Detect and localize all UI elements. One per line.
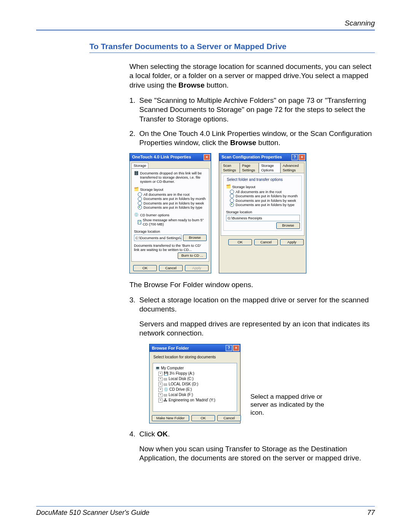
- tree-floppy-a[interactable]: +💾3½ Floppy (A:): [155, 371, 234, 376]
- storage-location-label: Storage location: [226, 210, 300, 214]
- callout-text: Select a mapped drive or server as indic…: [250, 393, 334, 417]
- floppy-icon: 💾: [164, 371, 168, 376]
- tree-my-computer[interactable]: 💻My Computer: [155, 366, 234, 371]
- dlg2-titlebar[interactable]: Scan Configuration Properties ? ×: [219, 153, 306, 161]
- ok-button[interactable]: OK: [228, 239, 252, 245]
- after-figures-text: The Browse For Folder window opens.: [129, 280, 375, 289]
- group-legend: Select folder and transfer options: [226, 177, 284, 182]
- step-4-note: Now when you scan using Transfer to Stor…: [139, 444, 375, 463]
- tab-advanced-settings[interactable]: Advanced Settings: [280, 163, 304, 173]
- page-header-label: Scanning: [36, 19, 375, 27]
- computer-icon: 💻: [155, 366, 160, 371]
- tab-scan-settings[interactable]: Scan Settings: [221, 163, 240, 173]
- header-rule: [36, 30, 375, 30]
- tree-network-y[interactable]: +🖧Engineering on 'Madrid' (Y:): [155, 398, 234, 403]
- expand-icon[interactable]: +: [158, 398, 162, 403]
- burn-to-cd-button[interactable]: Burn to CD ...: [178, 252, 207, 259]
- network-drive-icon: 🖧: [164, 398, 167, 403]
- ok-button[interactable]: OK: [133, 265, 157, 271]
- step-2: 2. On the One Touch 4.0 Link Properties …: [129, 129, 375, 148]
- radio-root[interactable]: All documents are in the root: [134, 192, 207, 197]
- browse-button[interactable]: Browse: [183, 235, 207, 241]
- tab-storage[interactable]: Storage: [131, 163, 148, 168]
- harddrive-icon: 🖴: [164, 392, 167, 398]
- radio-month[interactable]: Documents are put in folders by month: [134, 197, 207, 201]
- radio-type[interactable]: Documents are put in folders by type: [226, 203, 300, 207]
- tab-page-settings[interactable]: Page Settings: [240, 163, 259, 173]
- storage-location-field[interactable]: C:\Documents and Settings\Administrator\…: [134, 235, 182, 241]
- close-icon[interactable]: ×: [299, 154, 305, 160]
- cancel-button[interactable]: Cancel: [254, 239, 278, 245]
- step-3-note: Servers and mapped drives are represente…: [139, 320, 375, 338]
- expand-icon[interactable]: +: [158, 377, 162, 381]
- layout-icon: 🗂️: [226, 184, 231, 189]
- tab-storage-options[interactable]: Storage Options: [259, 163, 280, 173]
- cancel-button[interactable]: Cancel: [217, 415, 241, 421]
- expand-icon[interactable]: +: [158, 393, 162, 397]
- browse-for-folder-dialog: Browse For Folder ? × Select location fo…: [149, 344, 241, 423]
- tree-cd-e[interactable]: +💿CD Drive (E:): [155, 387, 234, 392]
- intro-paragraph: When selecting the storage location for …: [129, 62, 375, 90]
- page-number: 77: [367, 509, 375, 517]
- storage-icon: 🗄️: [134, 171, 139, 176]
- dlg1-titlebar[interactable]: OneTouch 4.0 Link Properties ×: [130, 153, 211, 161]
- make-new-folder-button[interactable]: Make New Folder: [152, 415, 189, 421]
- radio-type[interactable]: Documents are put in folders by type: [134, 205, 207, 209]
- storage-location-field[interactable]: G:\Business Receipts: [226, 215, 300, 221]
- harddrive-icon: 🖴: [164, 382, 167, 387]
- footer-guide-title: DocuMate 510 Scanner User's Guide: [36, 509, 150, 517]
- step-1: 1. See "Scanning to Multiple Archive Fol…: [129, 96, 375, 124]
- footer-rule: [36, 506, 375, 507]
- layout-icon: 🗂️: [134, 187, 139, 192]
- radio-week[interactable]: Documents are put in folders by week: [226, 198, 300, 203]
- cd-transfer-note: Documents transferred to the 'Burn to CD…: [134, 243, 207, 252]
- cd-icon: 💿: [134, 212, 139, 217]
- apply-button[interactable]: Apply: [280, 239, 304, 245]
- radio-root[interactable]: All documents are in the root: [226, 190, 300, 194]
- step-4: 4. Click OK.: [129, 430, 375, 439]
- close-icon[interactable]: ×: [204, 154, 210, 160]
- section-title: To Transfer Documents to a Server or Map…: [89, 42, 375, 53]
- help-icon[interactable]: ?: [292, 154, 298, 160]
- scan-config-properties-dialog: Scan Configuration Properties ? × Scan S…: [219, 153, 306, 273]
- browse-button[interactable]: Browse: [276, 222, 300, 228]
- tree-disk-c[interactable]: +🖴Local Disk (C:): [155, 376, 234, 382]
- help-icon[interactable]: ?: [226, 345, 232, 351]
- bff-prompt: Select location for storing documents: [150, 352, 240, 361]
- apply-button[interactable]: Apply: [185, 265, 209, 271]
- dlg3-titlebar[interactable]: Browse For Folder ? ×: [150, 344, 240, 352]
- step-3: 3. Select a storage location on the mapp…: [129, 296, 375, 314]
- check-cd-msg[interactable]: Show message when ready to burn 5'' CD (…: [134, 218, 207, 227]
- cancel-button[interactable]: Cancel: [159, 265, 183, 271]
- expand-icon[interactable]: +: [158, 372, 162, 376]
- ok-button[interactable]: OK: [191, 415, 215, 421]
- radio-month[interactable]: Documents are put in folders by month: [226, 194, 300, 198]
- cd-icon: 💿: [164, 387, 168, 392]
- onetouch-link-properties-dialog: OneTouch 4.0 Link Properties × Storage 🗄…: [129, 153, 211, 273]
- tree-disk-d[interactable]: +🖴LOCAL DISK (D:): [155, 382, 234, 387]
- close-icon[interactable]: ×: [233, 345, 239, 351]
- radio-week[interactable]: Documents are put in folders by week: [134, 201, 207, 205]
- harddrive-icon: 🖴: [164, 376, 167, 382]
- expand-icon[interactable]: +: [158, 388, 162, 392]
- storage-location-label: Storage location: [134, 229, 207, 234]
- tree-disk-f[interactable]: +🖴Local Disk (F:): [155, 392, 234, 398]
- expand-icon[interactable]: +: [158, 382, 162, 387]
